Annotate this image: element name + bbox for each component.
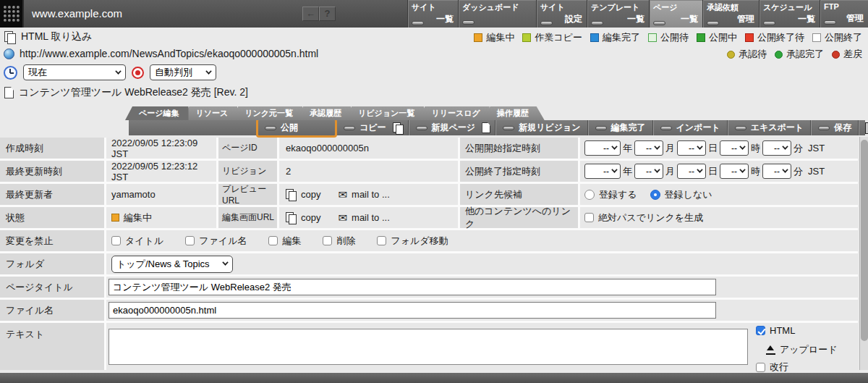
menu-ftp-manage[interactable]: FTP 管理 [820,0,868,28]
menu-page-list[interactable]: ページ 一覧 [649,0,702,28]
table-row-text: テキスト HTML アップロード 改行 [0,323,858,370]
publish-start-day-select[interactable]: -- [677,140,706,156]
forbid-filename-option[interactable]: ファイル名 [185,235,247,248]
scrollbar-thumb[interactable] [861,140,868,341]
mail-icon: ✉ [338,212,347,223]
legend-unpublished: 公開終了 [812,31,862,44]
upload-button[interactable]: アップロード [766,343,838,356]
menu-site-list[interactable]: サイト 一覧 [407,0,458,28]
checkbox-unchecked-icon[interactable] [756,363,765,372]
publish-start-minute-select[interactable]: -- [762,140,791,156]
publish-end-hour-select[interactable]: -- [720,164,749,179]
page-url-row: http://www.example.com/NewsAndTopics/eka… [4,48,318,59]
menu-pill-icon [412,21,424,25]
updater-label: 最終更新者 [0,184,104,205]
vertical-scrollbar[interactable] [859,137,868,370]
new-page-button[interactable]: 新規ページ [409,120,482,135]
checkbox-checked-icon[interactable] [756,326,765,335]
html-import-row: HTML 取り込み [4,30,92,43]
radio-unselected-icon[interactable] [584,190,595,200]
back-button[interactable]: ← [302,7,319,21]
export-button[interactable]: エキスポート [728,120,810,135]
preview-url-copy-link[interactable]: copy [286,189,320,201]
publish-button[interactable]: 公開 [258,120,335,135]
edit-done-button[interactable]: 編集完了 [589,120,652,135]
publish-start-year-select[interactable]: -- [584,140,621,156]
new-page-icon[interactable] [482,122,490,133]
register-radio-option[interactable]: 登録する [584,188,637,201]
floppy-disk-icon[interactable] [865,122,868,134]
page-title-input[interactable] [109,279,716,295]
tab-approval-history[interactable]: 承認履歴 [296,106,351,120]
text-label: テキスト [0,323,104,370]
checkbox-unchecked-icon[interactable] [268,236,278,245]
publish-end-day-select[interactable]: -- [677,164,706,179]
copy-pages-icon[interactable] [393,122,404,134]
detect-mode-select[interactable]: 自動判別 [150,64,216,80]
radio-selected-icon[interactable] [650,190,660,200]
table-row-created: 作成時刻 2022/09/05 12:23:09 JST ページID ekaoq… [0,138,858,159]
tab-revision-list[interactable]: リビジョン一覧 [344,106,424,120]
menu-template-list[interactable]: テンプレート 一覧 [587,0,649,28]
page-toolbar: 公開 コピー 新規ページ 新規リビジョン 編集完了 インポート [129,120,865,135]
checkbox-unchecked-icon[interactable] [111,236,121,245]
preview-url-mail-link[interactable]: ✉mail to ... [338,189,389,200]
content-link-label: 他のコンテンツへのリンク [460,207,578,228]
checkbox-unchecked-icon[interactable] [584,213,594,222]
revision-select[interactable]: 現在 [23,64,126,80]
linebreak-option[interactable]: 改行 [756,361,788,374]
approval-legend: 承認待 承認完了 差戻 [727,48,862,61]
forbid-edit-option[interactable]: 編集 [268,235,301,248]
checkbox-unchecked-icon[interactable] [185,236,195,245]
approval-dot [727,51,735,59]
checkbox-unchecked-icon[interactable] [323,236,332,245]
table-row-forbid: 変更を禁止 タイトル ファイル名 編集 削除 フォルダ移動 [0,230,858,251]
created-label: 作成時刻 [0,138,104,159]
forbid-move-option[interactable]: フォルダ移動 [377,235,448,248]
tab-resources[interactable]: リソース [182,106,238,120]
menu-site-settings[interactable]: サイト 設定 [536,0,587,28]
tab-operation-history[interactable]: 操作履歴 [483,106,545,120]
table-row-updated: 最終更新時刻 2022/09/05 12:23:12 JST リビジョン 2 公… [0,161,858,182]
copy-button[interactable]: コピー [337,120,393,135]
publish-start-value: -- 年 -- 月 -- 日 -- 時 -- 分 JST [580,138,858,159]
page-url[interactable]: http://www.example.com/NewsAndTopics/eka… [20,48,318,59]
tab-page-edit[interactable]: ページ編集 [125,106,189,120]
publish-start-hour-select[interactable]: -- [720,140,749,156]
save-button[interactable]: 保存 [812,120,858,135]
menu-approval-manage[interactable]: 承認依頼 管理 [702,0,759,28]
checkbox-unchecked-icon[interactable] [377,236,386,245]
folder-select[interactable]: トップ/News & Topics [111,256,233,273]
auto-detect-icon [132,67,144,79]
file-name-input[interactable] [109,302,716,319]
publish-end-month-select[interactable]: -- [634,164,663,179]
text-body-textarea[interactable] [109,329,748,365]
webrelease-page-edit-screen: www.example.com ← ? サイト 一覧 ダッシュボード サイト 設… [0,0,868,383]
status-swatch [522,33,531,42]
tab-link-sources[interactable]: リンク元一覧 [231,106,302,120]
app-logo-icon [0,0,24,28]
chevron-down-icon [654,143,660,149]
no-register-radio-option[interactable]: 登録しない [650,188,712,201]
menu-schedule-list[interactable]: スケジュール 一覧 [759,0,820,28]
forbid-delete-option[interactable]: 削除 [323,235,355,248]
publish-end-minute-select[interactable]: -- [762,164,791,179]
new-revision-button[interactable]: 新規リビジョン [496,120,587,135]
edit-url-label: 編集画面URL [218,207,277,228]
menu-dashboard[interactable]: ダッシュボード [458,0,536,28]
import-button[interactable]: インポート [654,120,727,135]
tab-release-log[interactable]: リリースログ [417,106,489,120]
html-import-label[interactable]: HTML 取り込み [21,30,92,43]
forbid-title-option[interactable]: タイトル [111,235,163,248]
absolute-path-option[interactable]: 絶対パスでリンクを生成 [584,211,703,224]
folder-value: トップ/News & Topics [106,253,858,274]
edit-url-mail-link[interactable]: ✉mail to ... [338,212,389,223]
publish-start-month-select[interactable]: -- [634,140,663,156]
edit-url-copy-link[interactable]: copy [286,212,320,224]
html-option[interactable]: HTML [756,325,795,336]
content-link-value: 絶対パスでリンクを生成 [580,207,858,228]
button-pill-icon [735,126,746,130]
button-pill-icon [344,126,355,130]
publish-end-year-select[interactable]: -- [584,164,621,179]
help-button[interactable]: ? [319,7,336,21]
